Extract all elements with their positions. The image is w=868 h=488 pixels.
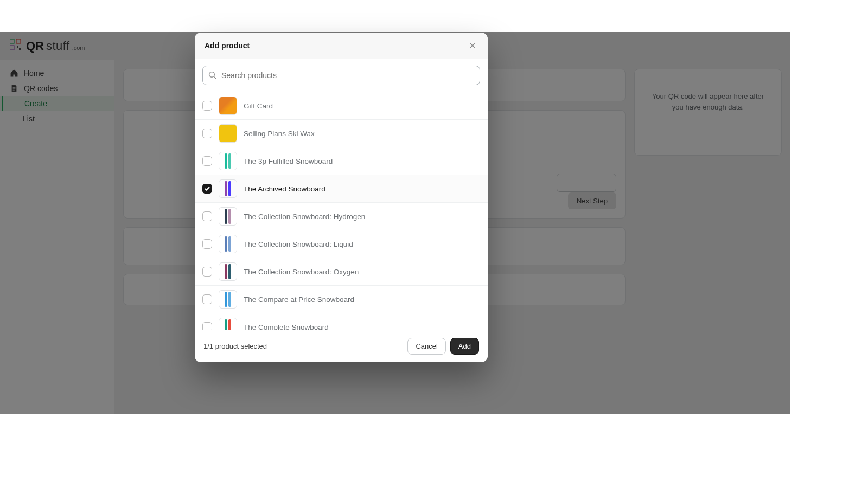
search-input[interactable]	[221, 71, 474, 80]
product-checkbox[interactable]	[202, 101, 212, 111]
close-icon[interactable]	[467, 40, 478, 51]
product-name: The Archived Snowboard	[244, 185, 326, 193]
product-thumbnail	[219, 235, 237, 253]
modal-header: Add product	[195, 33, 488, 59]
cancel-button[interactable]: Cancel	[407, 338, 445, 355]
product-checkbox[interactable]	[202, 129, 212, 138]
product-thumbnail	[219, 97, 237, 115]
modal-title: Add product	[205, 41, 250, 50]
product-row[interactable]: Selling Plans Ski Wax	[195, 120, 488, 147]
product-thumbnail	[219, 124, 237, 143]
product-thumbnail	[219, 262, 237, 281]
product-checkbox[interactable]	[202, 184, 212, 194]
search-box[interactable]	[202, 66, 480, 85]
modal-footer: 1/1 product selected Cancel Add	[195, 330, 488, 362]
product-row[interactable]: The 3p Fulfilled Snowboard	[195, 147, 488, 175]
product-row[interactable]: The Collection Snowboard: Oxygen	[195, 258, 488, 286]
product-name: The 3p Fulfilled Snowboard	[244, 157, 333, 165]
add-product-modal: Add product Gift CardSelling Plans Ski W…	[195, 33, 488, 362]
search-icon	[208, 71, 217, 80]
product-row[interactable]: Gift Card	[195, 92, 488, 120]
product-name: The Complete Snowboard	[244, 323, 329, 330]
product-checkbox[interactable]	[202, 294, 212, 304]
product-list[interactable]: Gift CardSelling Plans Ski WaxThe 3p Ful…	[195, 92, 488, 330]
product-row[interactable]: The Compare at Price Snowboard	[195, 286, 488, 313]
product-name: Gift Card	[244, 102, 273, 110]
product-name: Selling Plans Ski Wax	[244, 130, 315, 138]
product-row[interactable]: The Complete Snowboard	[195, 313, 488, 330]
add-button[interactable]: Add	[450, 338, 479, 355]
product-name: The Collection Snowboard: Oxygen	[244, 268, 359, 276]
search-wrap	[195, 59, 488, 92]
product-thumbnail	[219, 318, 237, 330]
product-checkbox[interactable]	[202, 211, 212, 221]
product-thumbnail	[219, 207, 237, 226]
product-name: The Compare at Price Snowboard	[244, 296, 354, 304]
product-thumbnail	[219, 152, 237, 170]
product-name: The Collection Snowboard: Liquid	[244, 240, 353, 248]
svg-point-5	[209, 72, 215, 78]
product-row[interactable]: The Archived Snowboard	[195, 175, 488, 203]
product-row[interactable]: The Collection Snowboard: Hydrogen	[195, 203, 488, 230]
product-thumbnail	[219, 179, 237, 198]
product-checkbox[interactable]	[202, 156, 212, 166]
product-thumbnail	[219, 290, 237, 309]
footer-buttons: Cancel Add	[407, 338, 479, 355]
selected-count: 1/1 product selected	[203, 342, 267, 350]
product-checkbox[interactable]	[202, 322, 212, 330]
product-name: The Collection Snowboard: Hydrogen	[244, 213, 365, 221]
product-checkbox[interactable]	[202, 267, 212, 277]
product-row[interactable]: The Collection Snowboard: Liquid	[195, 230, 488, 258]
product-checkbox[interactable]	[202, 239, 212, 249]
